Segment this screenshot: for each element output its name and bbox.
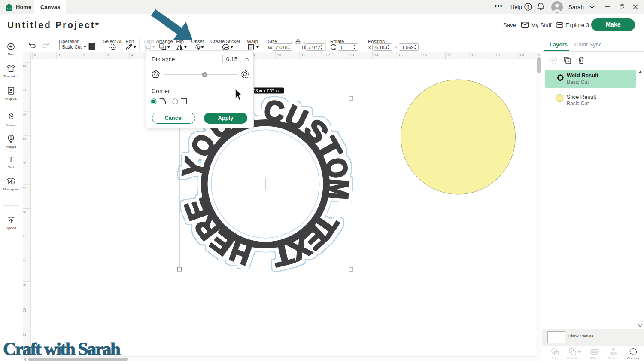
- svg-text:08 in x 7.07 in: 08 in x 7.07 in: [253, 88, 279, 93]
